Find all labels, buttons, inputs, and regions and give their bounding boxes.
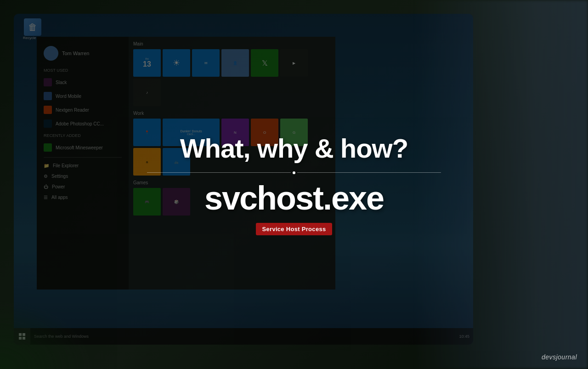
divider-left xyxy=(147,172,291,173)
page-title: What, why & how? xyxy=(180,134,408,163)
divider-right xyxy=(297,172,441,173)
service-host-badge: Service Host Process xyxy=(256,223,333,235)
content-overlay: What, why & how? svchost.exe Service Hos… xyxy=(0,0,588,369)
divider-container xyxy=(147,171,441,174)
divider-dot xyxy=(293,171,295,174)
background: 🗑 Recycle Bin Tom Warren Most used Slack xyxy=(0,0,588,369)
brand-watermark: devsjournal xyxy=(542,353,577,361)
exe-title: svchost.exe xyxy=(204,182,384,215)
